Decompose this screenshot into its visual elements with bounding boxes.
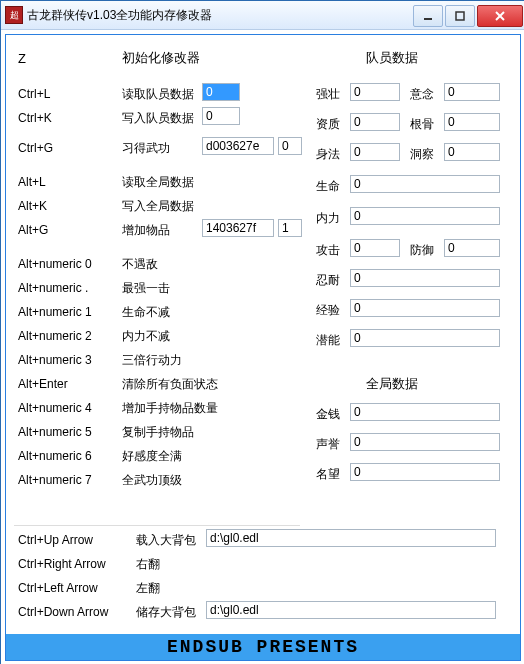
action-label: 增加手持物品数量 — [122, 397, 218, 419]
hotkey-label: Alt+numeric 4 — [18, 397, 92, 419]
stat-input[interactable] — [350, 239, 400, 257]
stat-label: 忍耐 — [316, 269, 340, 291]
heading-member: 队员数据 — [366, 47, 418, 69]
svg-rect-1 — [456, 12, 464, 20]
app-icon: 超 — [5, 6, 23, 24]
action-label: 三倍行动力 — [122, 349, 182, 371]
close-button[interactable] — [477, 5, 523, 27]
stat-input[interactable] — [350, 113, 400, 131]
action-label: 储存大背包 — [136, 601, 196, 623]
global-label: 名望 — [316, 463, 340, 485]
action-label: 写入队员数据 — [122, 107, 194, 129]
action-label: 不遇敌 — [122, 253, 158, 275]
action-label: 读取队员数据 — [122, 83, 194, 105]
stat-label: 攻击 — [316, 239, 340, 261]
value-input-2[interactable] — [278, 219, 302, 237]
global-input[interactable] — [350, 403, 500, 421]
app-window: 超 古龙群侠传v1.03全功能内存修改器 Z 初始化修改器 队员数据 Ctrl+… — [0, 0, 524, 664]
action-label: 左翻 — [136, 577, 160, 599]
stat-input[interactable] — [350, 143, 400, 161]
titlebar: 超 古龙群侠传v1.03全功能内存修改器 — [1, 1, 524, 30]
stat-input[interactable] — [444, 113, 500, 131]
hotkey-label: Alt+numeric 3 — [18, 349, 92, 371]
heading-global: 全局数据 — [366, 373, 418, 395]
value-input-2[interactable] — [278, 137, 302, 155]
hotkey-label: Ctrl+L — [18, 83, 50, 105]
hotkey-label: Ctrl+K — [18, 107, 52, 129]
stat-input[interactable] — [350, 83, 400, 101]
action-label: 内力不减 — [122, 325, 170, 347]
minimize-button[interactable] — [413, 5, 443, 27]
separator — [14, 525, 300, 526]
action-label: 读取全局数据 — [122, 171, 194, 193]
maximize-button[interactable] — [445, 5, 475, 27]
global-input[interactable] — [350, 433, 500, 451]
heading-init: 初始化修改器 — [122, 47, 200, 69]
hotkey-label: Alt+G — [18, 219, 48, 241]
value-input[interactable] — [202, 107, 240, 125]
value-input[interactable] — [202, 137, 274, 155]
footer-banner: ENDSUB PRESENTS — [6, 634, 520, 660]
client-area: Z 初始化修改器 队员数据 Ctrl+L读取队员数据Ctrl+K写入队员数据Ct… — [5, 34, 521, 661]
hotkey-label: Alt+numeric 1 — [18, 301, 92, 323]
path-input[interactable] — [206, 601, 496, 619]
hotkey-label: Alt+Enter — [18, 373, 68, 395]
action-label: 生命不减 — [122, 301, 170, 323]
action-label: 最强一击 — [122, 277, 170, 299]
window-buttons — [411, 5, 523, 25]
action-label: 载入大背包 — [136, 529, 196, 551]
action-label: 复制手持物品 — [122, 421, 194, 443]
hotkey-label: Alt+numeric 2 — [18, 325, 92, 347]
stat-label: 根骨 — [410, 113, 434, 135]
global-label: 声誉 — [316, 433, 340, 455]
hotkey-label: Alt+numeric . — [18, 277, 88, 299]
stat-label: 内力 — [316, 207, 340, 229]
hotkey-label: Ctrl+Down Arrow — [18, 601, 108, 623]
stat-label: 生命 — [316, 175, 340, 197]
value-input[interactable] — [202, 83, 240, 101]
stat-label: 意念 — [410, 83, 434, 105]
action-label: 习得武功 — [122, 137, 170, 159]
stat-label: 潜能 — [316, 329, 340, 351]
action-label: 写入全局数据 — [122, 195, 194, 217]
stat-label: 防御 — [410, 239, 434, 261]
path-input[interactable] — [206, 529, 496, 547]
global-input[interactable] — [350, 463, 500, 481]
label-z: Z — [18, 47, 26, 69]
hotkey-label: Ctrl+G — [18, 137, 53, 159]
hotkey-label: Alt+K — [18, 195, 47, 217]
action-label: 清除所有负面状态 — [122, 373, 218, 395]
hotkey-label: Ctrl+Up Arrow — [18, 529, 93, 551]
window-title: 古龙群侠传v1.03全功能内存修改器 — [27, 7, 411, 24]
stat-label: 资质 — [316, 113, 340, 135]
hotkey-label: Alt+numeric 6 — [18, 445, 92, 467]
stat-label: 经验 — [316, 299, 340, 321]
value-input[interactable] — [202, 219, 274, 237]
stat-input[interactable] — [350, 329, 500, 347]
stat-input[interactable] — [350, 269, 500, 287]
stat-label: 强壮 — [316, 83, 340, 105]
hotkey-label: Alt+numeric 7 — [18, 469, 92, 491]
stat-label: 身法 — [316, 143, 340, 165]
stat-input[interactable] — [350, 299, 500, 317]
stat-input[interactable] — [444, 143, 500, 161]
hotkey-label: Alt+numeric 0 — [18, 253, 92, 275]
stat-input[interactable] — [350, 207, 500, 225]
action-label: 好感度全满 — [122, 445, 182, 467]
hotkey-label: Alt+numeric 5 — [18, 421, 92, 443]
hotkey-label: Ctrl+Right Arrow — [18, 553, 106, 575]
hotkey-label: Ctrl+Left Arrow — [18, 577, 98, 599]
stat-input[interactable] — [444, 239, 500, 257]
action-label: 增加物品 — [122, 219, 170, 241]
stat-input[interactable] — [444, 83, 500, 101]
stat-input[interactable] — [350, 175, 500, 193]
action-label: 右翻 — [136, 553, 160, 575]
global-label: 金钱 — [316, 403, 340, 425]
hotkey-label: Alt+L — [18, 171, 46, 193]
stat-label: 洞察 — [410, 143, 434, 165]
action-label: 全武功顶级 — [122, 469, 182, 491]
